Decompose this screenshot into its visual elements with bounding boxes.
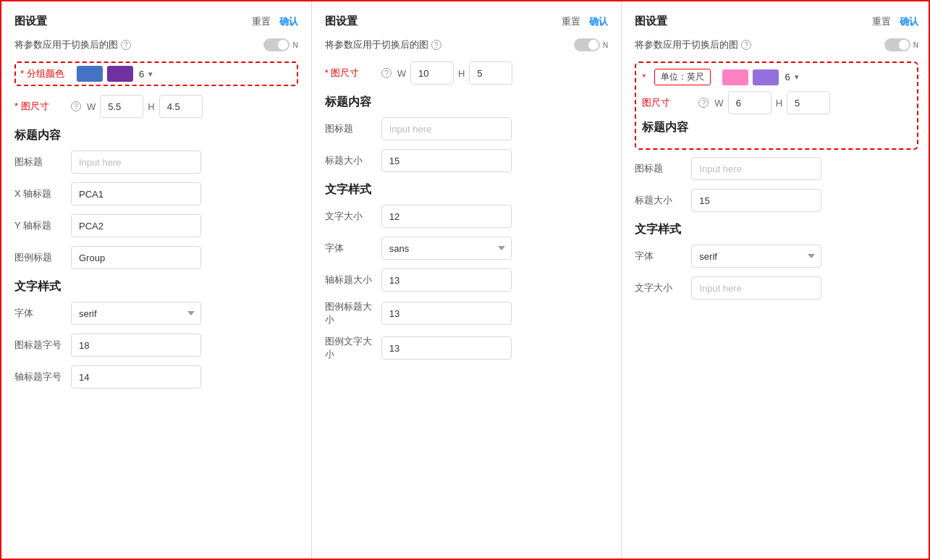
panel-3-reset-button[interactable]: 重置 [872, 15, 891, 28]
panel-1-legend-input[interactable] [71, 246, 201, 269]
panel-3-info-icon[interactable]: ? [741, 40, 751, 50]
panel-3-header: 图设置 重置 确认 [635, 14, 918, 28]
panel-3-highlight: * 单位：英尺 6 ▾ 图尺寸 ? W [635, 61, 918, 150]
panel-1-height-input[interactable] [159, 95, 203, 118]
panel-1-axis-font-size-label: 轴标题字号 [14, 370, 65, 383]
panel-1-toggle-switch[interactable] [263, 38, 289, 51]
panel-3-height-input[interactable] [787, 91, 830, 114]
panel-1-chart-title-input[interactable] [71, 150, 201, 174]
panel-2-axis-title-size-row: 轴标题大小 [325, 268, 609, 292]
panel-1-color-count: 6 [139, 69, 144, 80]
panel-1-color-highlight: 分组颜色 6 ▾ [14, 61, 298, 86]
panel-3-confirm-button[interactable]: 确认 [900, 15, 918, 28]
panel-2-info-icon[interactable]: ? [431, 40, 441, 50]
panel-2-axis-title-size-input[interactable] [381, 268, 512, 292]
panel-3-wh-row: W H [714, 91, 830, 114]
panel-1-font-row: 字体 serif sans monospace [14, 302, 298, 325]
panel-3: 图设置 重置 确认 将参数应用于切换后的图 ? N [622, 1, 930, 560]
panel-2-legend-title-size-input[interactable] [381, 302, 512, 325]
panel-1-toggle-label: 将参数应用于切换后的图 ? [14, 38, 131, 51]
panel-1-y-axis-label: Y 轴标题 [14, 219, 65, 232]
panel-2-confirm-button[interactable]: 确认 [589, 15, 608, 28]
panel-1-confirm-button[interactable]: 确认 [279, 15, 298, 28]
panel-1-color-dropdown-arrow[interactable]: ▾ [148, 69, 153, 79]
panel-2-header: 图设置 重置 确认 [325, 14, 609, 28]
panel-2-content-heading: 标题内容 [325, 95, 609, 110]
panel-2-text-size-row: 文字大小 [325, 205, 609, 228]
panel-1-size-row: 图尺寸 ? W H [14, 95, 298, 118]
panel-2-toggle-label: 将参数应用于切换后的图 ? [325, 38, 441, 51]
panel-3-chart-title-input[interactable] [691, 157, 821, 180]
panel-3-text-size-row: 文字大小 [635, 276, 918, 300]
panel-3-color-swatches: 6 ▾ [722, 69, 798, 85]
panel-3-size-info-icon[interactable]: ? [698, 98, 709, 108]
panel-1-x-axis-input[interactable] [71, 182, 201, 205]
panel-3-title-size-input[interactable] [691, 189, 821, 212]
panel-3-asterisk: * [642, 72, 646, 82]
panel-2-chart-title-label: 图标题 [325, 122, 376, 135]
panel-2-font-label: 字体 [325, 242, 376, 255]
panel-2-toggle-knob [588, 40, 599, 50]
panel-1-font-select[interactable]: serif sans monospace [71, 302, 201, 325]
panel-3-size-row: 图尺寸 ? W H [642, 91, 911, 114]
panel-2-height-input[interactable] [469, 61, 512, 85]
panel-1-info-icon[interactable]: ? [121, 40, 131, 50]
panel-3-unit-tooltip: 单位：英尺 [654, 69, 711, 85]
panel-1-width-input[interactable] [100, 95, 143, 118]
panel-3-toggle-switch[interactable] [884, 38, 910, 51]
panel-2-chart-title-input[interactable] [381, 117, 512, 140]
panel-2-text-size-input[interactable] [381, 205, 512, 228]
color-swatch-blue[interactable] [77, 66, 103, 82]
panel-3-font-label: 字体 [635, 250, 685, 263]
panel-1-color-row: 分组颜色 6 ▾ [20, 66, 292, 82]
panel-3-actions: 重置 确认 [872, 15, 918, 28]
panel-3-w-label: W [714, 98, 723, 109]
panel-1-size-info-icon[interactable]: ? [71, 101, 81, 111]
panel-1-color-label: 分组颜色 [20, 67, 71, 80]
panel-3-title-size-row: 标题大小 [635, 189, 918, 212]
panel-2-wh-row: W H [397, 61, 513, 85]
panel-1-actions: 重置 确认 [252, 15, 298, 28]
panel-1-toggle-row: 将参数应用于切换后的图 ? N [14, 38, 298, 51]
panel-1-y-axis-input[interactable] [71, 214, 201, 237]
panel-3-text-size-input[interactable] [691, 276, 821, 300]
panel-3-chart-title-row: 图标题 [635, 157, 918, 180]
panel-1-axis-font-size-input[interactable] [71, 365, 201, 389]
panel-2-w-label: W [397, 68, 406, 79]
panel-1-y-axis-row: Y 轴标题 [14, 214, 298, 237]
panel-3-width-input[interactable] [728, 91, 772, 114]
panel-3-content-heading: 标题内容 [642, 120, 911, 135]
panel-2-legend-title-size-label: 图例标题大小 [325, 300, 376, 326]
panel-1-chart-font-size-input[interactable] [71, 334, 201, 357]
panel-2-legend-text-size-input[interactable] [381, 336, 512, 360]
color-swatch-purple[interactable] [107, 66, 133, 82]
panel-2-chart-title-row: 图标题 [325, 117, 609, 140]
color-swatch-lavender[interactable] [753, 69, 779, 85]
panel-2-title-size-input[interactable] [381, 149, 512, 172]
panel-2-toggle-state: N [603, 41, 608, 49]
panel-2-title-size-row: 标题大小 [325, 149, 609, 172]
panel-2-width-input[interactable] [410, 61, 454, 85]
panel-2-reset-button[interactable]: 重置 [562, 15, 580, 28]
panel-3-font-select[interactable]: serif sans monospace [691, 245, 821, 268]
panel-3-toggle-state: N [913, 41, 918, 49]
panel-2-h-label: H [458, 68, 465, 79]
panel-1-legend-row: 图例标题 [14, 246, 298, 269]
panel-1-reset-button[interactable]: 重置 [252, 15, 271, 28]
panel-1-content-heading: 标题内容 [14, 128, 298, 143]
panel-2-size-row: 图尺寸 ? W H [325, 61, 609, 85]
panel-2-toggle-switch[interactable] [574, 38, 600, 51]
panel-3-toggle-row: 将参数应用于切换后的图 ? N [635, 38, 918, 51]
panel-3-toggle-knob [899, 40, 909, 50]
color-swatch-pink[interactable] [722, 69, 748, 85]
panel-2-style-heading: 文字样式 [325, 182, 609, 198]
panel-2-font-select[interactable]: sans serif monospace [381, 237, 512, 260]
panel-3-color-dropdown-arrow[interactable]: ▾ [795, 72, 799, 82]
panel-2-font-row: 字体 sans serif monospace [325, 237, 609, 260]
panel-2-legend-text-size-row: 图例文字大小 [325, 335, 609, 361]
panel-2-legend-title-size-row: 图例标题大小 [325, 300, 609, 326]
panel-3-size-label: 图尺寸 [642, 96, 693, 109]
panel-3-font-row: 字体 serif sans monospace [635, 245, 918, 268]
panel-3-color-highlight-row: * 单位：英尺 6 ▾ [642, 69, 911, 85]
panel-2-size-info-icon[interactable]: ? [381, 68, 392, 78]
